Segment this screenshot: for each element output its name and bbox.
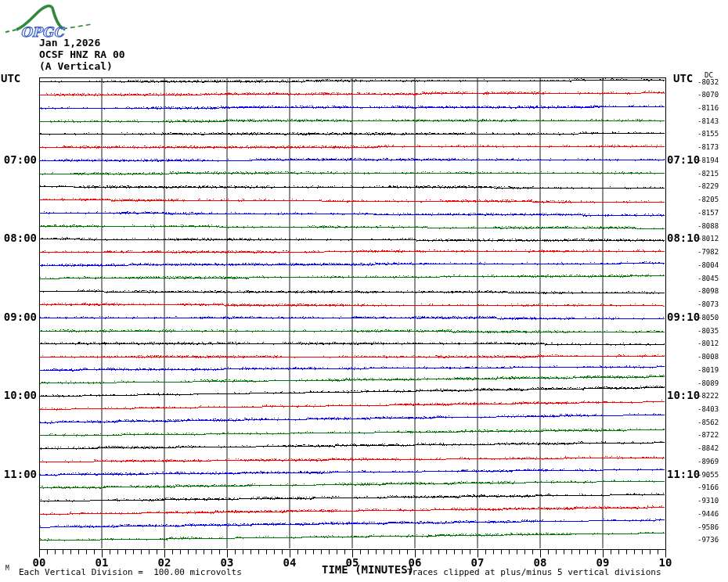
scale-note: Each Vertical Division = 100.00 microvol…	[19, 567, 242, 577]
dc-offset-label: -8098	[697, 287, 719, 295]
dc-offset-label: -8019	[697, 366, 719, 374]
dc-offset-label: -9310	[697, 497, 719, 505]
dc-offset-label: -8222	[697, 392, 719, 400]
logo-curve-left-dash	[5, 30, 16, 32]
right-hour-label: 10:10	[667, 389, 700, 401]
dc-offset-label: -8116	[697, 104, 719, 112]
right-hour-label: 11:10	[667, 468, 700, 480]
dc-offset-label: -8008	[697, 353, 719, 361]
dc-offset-label: -8562	[697, 419, 719, 426]
dc-offset-label: -9055	[697, 471, 719, 479]
corner-mark: M	[5, 565, 9, 572]
dc-offset-label: -8089	[697, 379, 719, 387]
dc-offset-label: -8194	[697, 156, 719, 164]
left-hour-label: 10:00	[0, 389, 37, 401]
header-channel: (A Vertical)	[39, 60, 113, 72]
dc-offset-label: -8045	[697, 275, 719, 282]
utc-label-right: UTC	[673, 72, 693, 84]
right-hour-label: 09:10	[667, 311, 700, 323]
dc-offset-label: -9586	[697, 523, 719, 531]
dc-offset-label: -8155	[697, 130, 719, 138]
dc-offset-label: -8229	[697, 182, 719, 190]
x-axis-title: TIME (MINUTES)	[322, 563, 414, 576]
left-hour-label: 09:00	[0, 311, 37, 323]
dc-offset-label: -9446	[697, 510, 719, 518]
dc-offset-label: -8205	[697, 196, 719, 203]
dc-offset-label: -7982	[697, 248, 719, 256]
dc-offset-label: -8215	[697, 170, 719, 178]
dc-offset-label: -8035	[697, 327, 719, 335]
dc-offset-label: -8004	[697, 261, 719, 269]
dc-offset-label: -9166	[697, 483, 719, 491]
helicorder-page: OPGC Jan 1,2026 OCSF HNZ RA 00 (A Vertic…	[0, 0, 728, 582]
dc-offset-label: -8969	[697, 458, 719, 465]
right-hour-label: 07:10	[667, 153, 700, 166]
dc-offset-label: -8403	[697, 405, 719, 413]
utc-label-left: UTC	[1, 72, 20, 84]
dc-offset-label: -8143	[697, 117, 719, 125]
dc-offset-label: -8088	[697, 222, 719, 230]
dc-offset-label: -8050	[697, 314, 719, 322]
seismogram-plot	[0, 0, 728, 582]
left-hour-label: 11:00	[0, 468, 37, 480]
dc-offset-label: -8070	[697, 91, 719, 99]
logo-curve-right-dash	[63, 24, 92, 29]
header-date: Jan 1,2026	[39, 37, 100, 48]
dc-offset-label: -8073	[697, 300, 719, 308]
dc-offset-label: -8012	[697, 340, 719, 347]
dc-offset-label: -9736	[697, 536, 719, 544]
left-hour-label: 08:00	[0, 232, 37, 244]
header-station: OCSF HNZ RA 00	[39, 48, 125, 60]
x-tick-label: 04	[274, 556, 305, 569]
dc-offset-label: -8842	[697, 444, 719, 452]
dc-offset-label: -8032	[697, 78, 719, 86]
dc-offset-label: -8173	[697, 143, 719, 151]
clip-note: Traces clipped at plus/minus 5 vertical …	[407, 567, 661, 577]
dc-offset-label: -8157	[697, 209, 719, 217]
right-hour-label: 08:10	[667, 232, 700, 244]
dc-offset-label: -8722	[697, 431, 719, 439]
dc-offset-label: -8012	[697, 235, 719, 242]
left-hour-label: 07:00	[0, 153, 37, 166]
